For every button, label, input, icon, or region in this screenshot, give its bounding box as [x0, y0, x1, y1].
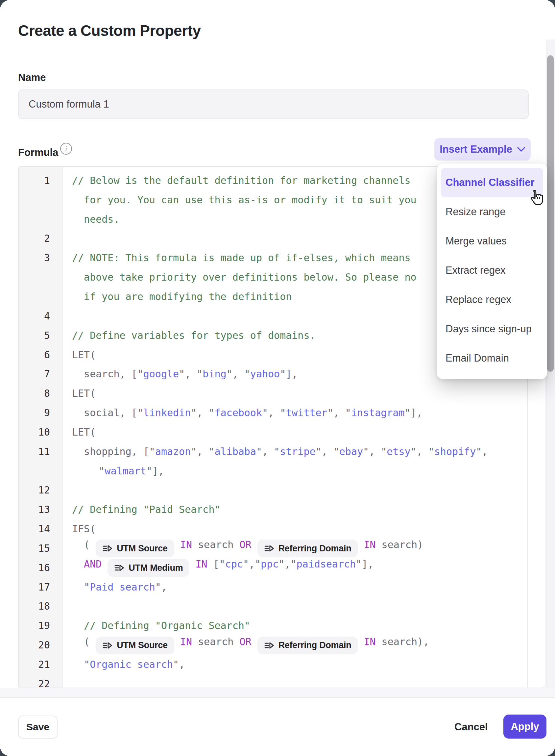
- content-footer-divider: [0, 688, 555, 698]
- line-number: 12: [19, 484, 63, 496]
- token-chip-label: UTM Source: [117, 640, 168, 650]
- cancel-button[interactable]: Cancel: [446, 716, 496, 739]
- code-line: 18: [19, 597, 545, 616]
- token-icon: [264, 544, 274, 553]
- line-number: 6: [19, 349, 63, 361]
- modal-scrollbar-thumb[interactable]: [547, 55, 554, 372]
- code-line: 17"Paid search",: [19, 578, 545, 597]
- code-line: 14IFS(: [19, 519, 545, 539]
- code-line-content: "Organic search",: [63, 659, 545, 670]
- line-number: 22: [19, 678, 63, 688]
- token-chip-label: UTM Medium: [129, 563, 183, 573]
- token-chip[interactable]: UTM Medium: [108, 559, 189, 577]
- code-line: 8LET(: [19, 384, 545, 403]
- token-chip[interactable]: Referring Domain: [257, 540, 358, 557]
- line-number: 1: [19, 175, 63, 186]
- code-line: 15( UTM Source IN search OR Referring Do…: [19, 539, 545, 558]
- info-icon[interactable]: i: [60, 143, 72, 155]
- code-line-content: AND UTM Medium IN ["cpc","ppc","paidsear…: [63, 558, 545, 577]
- token-icon: [102, 640, 113, 650]
- code-line: 20( UTM Source IN search OR Referring Do…: [19, 635, 545, 655]
- line-number: 9: [19, 407, 63, 419]
- menu-item[interactable]: Merge values: [445, 235, 507, 247]
- token-chip[interactable]: UTM Source: [96, 540, 174, 557]
- hand-cursor: [528, 189, 546, 209]
- name-label: Name: [18, 72, 46, 84]
- code-line-content: "walmart"],: [63, 465, 545, 477]
- code-line-content: shopping, ["amazon", "alibaba", "stripe"…: [63, 446, 545, 457]
- code-line-content: LET(: [63, 388, 545, 399]
- token-chip[interactable]: UTM Source: [96, 637, 174, 654]
- apply-button[interactable]: Apply: [503, 715, 547, 739]
- menu-item-highlighted[interactable]: Channel Classifier: [441, 168, 543, 197]
- code-line: 22: [19, 674, 545, 688]
- token-icon: [114, 563, 125, 573]
- line-number: 11: [19, 446, 63, 457]
- code-line-content: // Defining "Paid Search": [63, 504, 545, 515]
- line-number: 20: [19, 639, 63, 651]
- line-number: 7: [19, 368, 63, 380]
- name-input[interactable]: Custom formula 1: [18, 89, 529, 119]
- code-line: 12: [19, 481, 545, 500]
- menu-item[interactable]: Replace regex: [445, 294, 511, 306]
- line-number: 17: [19, 581, 63, 593]
- token-chip[interactable]: Referring Domain: [257, 637, 358, 654]
- menu-item[interactable]: Email Domain: [445, 352, 509, 364]
- code-line-content: LET(: [63, 426, 545, 438]
- line-number: 15: [19, 543, 63, 554]
- token-icon: [102, 544, 113, 553]
- code-line-content: // Defining "Organic Search": [63, 620, 545, 631]
- code-line: 11shopping, ["amazon", "alibaba", "strip…: [19, 442, 545, 461]
- line-number: 18: [19, 600, 63, 612]
- token-chip-label: UTM Source: [117, 544, 168, 554]
- menu-item[interactable]: Resize range: [445, 206, 506, 218]
- line-number: 2: [19, 233, 63, 244]
- token-chip-label: Referring Domain: [279, 544, 351, 554]
- line-number: 13: [19, 504, 63, 515]
- code-line-content: "Paid search",: [63, 581, 545, 593]
- code-line: 13// Defining "Paid Search": [19, 500, 545, 519]
- code-line: 21"Organic search",: [19, 655, 545, 674]
- line-number: 19: [19, 620, 63, 631]
- token-chip-label: Referring Domain: [279, 640, 351, 650]
- line-number: 4: [19, 310, 63, 322]
- line-number: 8: [19, 388, 63, 399]
- formula-label: Formula: [18, 147, 58, 159]
- code-line-content: ( UTM Source IN search OR Referring Doma…: [63, 539, 545, 557]
- name-input-value: Custom formula 1: [29, 98, 109, 110]
- code-line-content: IFS(: [63, 523, 545, 534]
- menu-item-label: Channel Classifier: [445, 168, 534, 197]
- code-line: 9social, ["linkedin", "facebook", "twitt…: [19, 403, 545, 423]
- insert-example-button[interactable]: Insert Example: [434, 138, 531, 161]
- code-line-content: ( UTM Source IN search OR Referring Doma…: [63, 636, 545, 654]
- create-custom-property-modal: Create a Custom Property Name Custom for…: [0, 0, 555, 756]
- line-number: 10: [19, 426, 63, 438]
- menu-item[interactable]: Extract regex: [445, 265, 506, 276]
- code-line: 10LET(: [19, 423, 545, 442]
- code-line: 16AND UTM Medium IN ["cpc","ppc","paidse…: [19, 558, 545, 578]
- line-number: 21: [19, 659, 63, 670]
- line-number: 5: [19, 330, 63, 341]
- chevron-down-icon: [517, 147, 525, 152]
- line-number: 16: [19, 562, 63, 573]
- insert-example-label: Insert Example: [439, 144, 512, 155]
- line-number: 14: [19, 523, 63, 534]
- code-line: 19// Defining "Organic Search": [19, 616, 545, 635]
- line-number: 3: [19, 252, 63, 264]
- code-line-content: social, ["linkedin", "facebook", "twitte…: [63, 407, 545, 419]
- menu-item[interactable]: Days since sign-up: [445, 323, 532, 335]
- save-button[interactable]: Save: [18, 716, 57, 739]
- page-title: Create a Custom Property: [18, 22, 201, 39]
- token-icon: [264, 640, 274, 650]
- code-line: "walmart"],: [19, 461, 545, 481]
